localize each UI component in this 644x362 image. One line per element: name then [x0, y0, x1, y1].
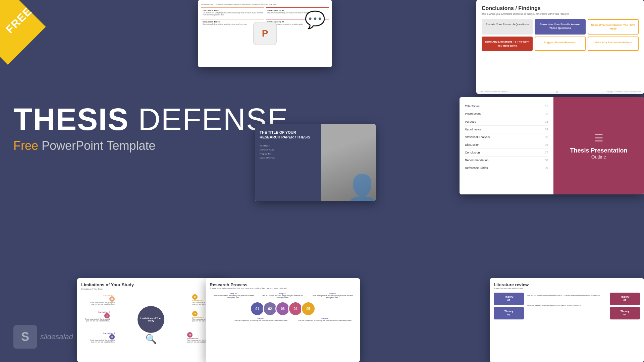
slide-research: Research Process Provide information reg…: [206, 278, 360, 362]
conc-box-3: Show What Contribution You Have Made: [588, 19, 639, 35]
slide-outline: Title Slides01Introduction02Purpose03Hyp…: [460, 97, 644, 194]
res-circle-5: 05: [301, 301, 316, 316]
research-steps-bottom: Step 02 This is a sample text. You simpl…: [210, 317, 356, 321]
outline-right-sub: Outline: [591, 154, 606, 160]
slide-conclusions: Conclusions / Findings This is where you…: [476, 0, 644, 94]
outline-item: Title Slides01: [465, 103, 548, 110]
conc-box-1: Restate Your Research Questions: [482, 19, 533, 35]
outline-item: Conclusion07: [465, 149, 548, 157]
paper-title: THE TITLE OF YOUR RESEARCH PAPER / THESI…: [260, 130, 317, 140]
lim-item-3: Limitation 3 03 This is a sample text. Y…: [88, 332, 115, 343]
chat-bubble-icon: 💬: [305, 10, 325, 29]
outline-item: Hypotheses04: [465, 126, 548, 133]
ppt-icon: P: [253, 22, 277, 45]
theory-03-desc: Different theories that may apply to you…: [526, 303, 608, 308]
research-title: Research Process: [210, 282, 356, 287]
watermark-icon: S: [13, 325, 37, 349]
conclusions-footer: Free Slidesalad PowerPoint Template 📋 Co…: [476, 90, 644, 93]
limitations-title: Limitations of Your Study: [81, 282, 221, 287]
main-subtitle: Free PowerPoint Template: [13, 139, 288, 153]
lim-item-2: Limitation 2 02 This is a sample text. Y…: [83, 311, 110, 322]
theory-01: Theory01: [494, 293, 524, 305]
literature-title: Literature review: [494, 282, 640, 287]
paper-meta: Your Name University Name Program Title …: [260, 144, 317, 160]
outline-item: Statistical Analysis05: [465, 133, 548, 141]
outline-item: Reference Slides09: [465, 164, 548, 172]
research-sub: Provide information regarding how you ha…: [210, 287, 356, 289]
conclusions-subtitle: This is where you summarize and tie up a…: [482, 13, 639, 15]
discussion-header: Highlight what your results actually mea…: [201, 3, 329, 5]
conc-box-6: Make Any Recommendations: [588, 37, 639, 51]
discussion-tip1: Discussion Tip #1 This is where you will…: [201, 7, 264, 17]
subtitle-highlight: Free: [13, 139, 38, 153]
theory-04: Theory04: [610, 307, 640, 319]
limitations-diagram: Limitation 1 01 This is a sample text. Y…: [81, 293, 221, 346]
conc-box-4: State Any Limitations To The Work You Ha…: [482, 37, 533, 51]
slide-literature: Literature review Areas that you may wis…: [490, 278, 644, 362]
outline-item: Recommendation08: [465, 157, 548, 164]
subtitle-rest: PowerPoint Template: [38, 139, 156, 153]
person-image: [321, 124, 376, 201]
theory-01-desc: you will not want to cover everything th…: [526, 293, 608, 298]
outline-item: Introduction02: [465, 110, 548, 118]
slide-discussion: Highlight what your results actually mea…: [198, 0, 332, 67]
limitations-sub: Limitations of Your Study: [81, 288, 221, 290]
slide-title: THE TITLE OF YOUR RESEARCH PAPER / THESI…: [255, 124, 376, 201]
outline-item: Purpose03: [465, 118, 548, 126]
main-title-block: THESIS DEFENSE Free PowerPoint Template: [13, 104, 288, 153]
outline-right-title: Thesis Presentation: [570, 147, 627, 154]
research-steps-top: Step 01 This is a sample text. You simpl…: [210, 293, 356, 299]
lim-center: Limitations of Your Study: [138, 306, 164, 333]
theory-02: Theory02: [610, 293, 640, 305]
conclusions-title: Conclusions / Findings: [482, 5, 639, 11]
magnify-icon: 🔍: [145, 334, 157, 345]
conc-box-2: Show How Your Results Answer These Quest…: [535, 19, 586, 35]
theory-03: Theory03: [494, 307, 524, 319]
watermark-name: slidesalad: [40, 333, 73, 341]
literature-sub: Areas that you may wish to cover: [494, 287, 640, 289]
watermark: S slidesalad: [13, 325, 73, 349]
title-bold: THESIS: [13, 102, 129, 136]
conc-box-5: Suggest Future Research: [535, 37, 586, 51]
slide-limitations: Limitations of Your Study Limitations of…: [77, 278, 225, 362]
outline-icon: ☰: [594, 132, 603, 144]
lim-item-1: Limitation 1 01 This is a sample text. Y…: [88, 294, 115, 305]
outline-item: Discussion06: [465, 141, 548, 149]
